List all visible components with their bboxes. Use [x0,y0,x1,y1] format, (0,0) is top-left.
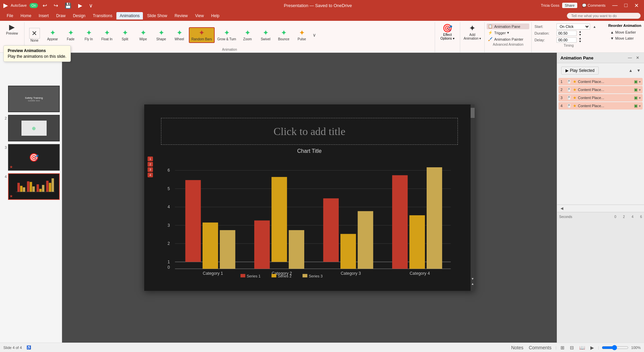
pane-collapse-icon[interactable]: ◀ [560,206,563,211]
slide-sorter-btn[interactable]: ⊟ [569,344,575,351]
menu-home[interactable]: Home [17,12,35,19]
zoom-slider[interactable] [602,345,629,350]
anim-growturn-btn[interactable]: ✦ Grow & Turn [215,28,238,42]
menu-animations[interactable]: Animations [116,12,143,19]
view-separator: | [555,346,556,350]
animation-scroll-btn[interactable]: ∨ [311,32,317,38]
anim-item-2[interactable]: 2 🖱️ ★ Content Place... ▣ ▾ [558,86,643,93]
tick-6: 6 [640,215,642,219]
duration-up[interactable]: ▲ [579,30,581,33]
slide-canvas[interactable]: 1 2 3 4 Click to add title Chart Title [144,104,475,291]
menu-file[interactable]: File [3,12,16,19]
anim-item-3[interactable]: 3 🖱️ ★ Content Place... ▣ ▾ [558,94,643,101]
options-btn[interactable]: ∨ [87,2,95,9]
present-btn[interactable]: ▶ [76,2,84,9]
animation-pane-btn[interactable]: 📋 Animation Pane [487,24,529,29]
wheel-icon: ✦ [176,29,182,37]
pane-minimize-btn[interactable]: — [627,55,633,61]
slide-thumb-3[interactable]: 🎯 ★ [8,144,60,171]
move-earlier-btn[interactable]: ▲ Move Earlier [608,30,641,35]
scroll-up-arrow[interactable]: ▲ [471,282,475,286]
normal-view-btn[interactable]: ⊞ [559,344,566,351]
slide-thumb-1[interactable]: Safety Training subtitle text [8,86,60,112]
anim-list-scroll-down[interactable]: ▼ [635,68,642,74]
anim-dropdown-3[interactable]: ▾ [639,96,641,100]
chart-title: Chart Title [154,148,465,154]
anim-wheel-btn[interactable]: ✦ Wheel [171,28,188,42]
menu-slideshow[interactable]: Slide Show [144,12,170,19]
animation-painter-btn[interactable]: 🖌️ Animation Painter [487,36,529,42]
anim-split-btn[interactable]: ✦ Split [116,28,134,42]
preview-button[interactable]: ▶ Preview [3,22,21,37]
menu-insert[interactable]: Insert [35,12,52,19]
effect-options-btn[interactable]: 🎯 Effect Options ▾ [438,22,457,42]
share-btn[interactable]: Share [562,3,577,8]
close-btn[interactable]: ✕ [632,2,641,9]
scroll-down-arrow[interactable]: ▼ [471,277,475,281]
canvas-scroll-thumb[interactable] [471,108,475,118]
slide-thumb-4[interactable]: ★ [8,173,60,200]
minimize-btn[interactable]: — [610,2,620,9]
menu-design[interactable]: Design [69,12,89,19]
slide-thumb-2[interactable]: ⊕ [8,115,60,141]
anim-pulse-btn[interactable]: ✦ Pulse [293,28,311,42]
anim-wipe-btn[interactable]: ✦ Wipe [135,28,152,42]
svg-rect-3 [27,181,29,192]
duration-down[interactable]: ▼ [579,33,581,36]
preview-label: Preview [6,32,18,35]
move-later-btn[interactable]: ▼ Move Later [608,36,641,41]
anim-swivel-btn[interactable]: ✦ Swivel [257,28,274,42]
play-selected-btn[interactable]: ▶ Play Selected [561,67,599,75]
effect-options-section: 🎯 Effect Options ▾ [435,22,460,52]
trigger-btn[interactable]: ⚡ Trigger ▾ [487,30,529,36]
notes-btn[interactable]: Notes [510,344,525,351]
anim-zoom-btn[interactable]: ✦ Zoom [239,28,256,42]
anim-dropdown-1[interactable]: ▾ [639,80,641,84]
menu-transitions[interactable]: Transitions [90,12,116,19]
save-btn[interactable]: 💾 [63,2,73,9]
delay-down[interactable]: ▼ [579,40,581,43]
tooltip-title: Preview Animations [8,53,62,53]
timing-duration-row: Duration: ▲ ▼ [534,30,603,36]
undo-btn[interactable]: ↩ [41,2,49,9]
anim-item-4[interactable]: 4 🖱️ ★ Content Place... ▣ ▾ [558,102,643,109]
menu-view[interactable]: View [192,12,207,19]
anim-none-btn[interactable]: ✕ None [26,27,43,44]
zoom-icon: ✦ [245,29,251,37]
comments-btn[interactable]: 💬 Comments [580,3,607,8]
anim-shape-btn[interactable]: ✦ Shape [153,28,170,42]
menu-review[interactable]: Review [171,12,191,19]
menu-help[interactable]: Help [208,12,223,19]
slideshow-btn[interactable]: ▶ [589,344,595,351]
canvas-vertical-scrollbar[interactable]: ▼ ▲ [471,104,475,291]
delay-up[interactable]: ▲ [579,37,581,40]
maximize-btn[interactable]: □ [622,2,630,9]
anim-dropdown-4[interactable]: ▾ [639,104,641,108]
animation-pane-header: Animation Pane — ✕ [557,53,644,63]
accessibility-btn[interactable]: ♿ [25,345,33,350]
redo-btn[interactable]: ↪ [52,2,60,9]
ribbon-search-input[interactable] [567,13,641,19]
anim-floatin-btn[interactable]: ✦ Float In [98,28,116,42]
advanced-anim-group-title: Advanced Animation [487,43,529,47]
slide-title-placeholder[interactable]: Click to add title [161,118,458,145]
add-animation-btn[interactable]: ✦ Add Animation ▾ [462,22,482,42]
reading-view-btn[interactable]: 📖 [578,344,586,351]
duration-input[interactable] [556,31,577,36]
delay-input[interactable] [556,37,577,43]
start-spinner-up[interactable]: ▲ [592,25,597,29]
anim-appear-btn[interactable]: ✦ Appear [44,28,61,42]
anim-fade-btn[interactable]: ✦ Fade [62,28,79,42]
anim-bounce-btn[interactable]: ✦ Bounce [275,28,292,42]
pane-close-btn[interactable]: ✕ [635,55,641,61]
anim-list-scroll-up[interactable]: ▲ [627,68,634,74]
anim-flyin-btn[interactable]: ✦ Fly In [80,28,98,42]
comments-status-btn[interactable]: Comments [527,344,553,351]
start-select[interactable]: On Click With Previous After Previous [556,24,590,30]
anim-randombars-btn[interactable]: ✦ Random Bars [189,27,215,43]
menu-draw[interactable]: Draw [53,12,69,19]
anim-dropdown-2[interactable]: ▾ [639,88,641,92]
anim-clock-icon-2: 🖱️ [567,87,572,92]
anim-item-1[interactable]: 1 🖱️ ★ Content Place... ▣ ▾ [558,78,643,85]
autosave-toggle[interactable]: On [30,3,38,8]
